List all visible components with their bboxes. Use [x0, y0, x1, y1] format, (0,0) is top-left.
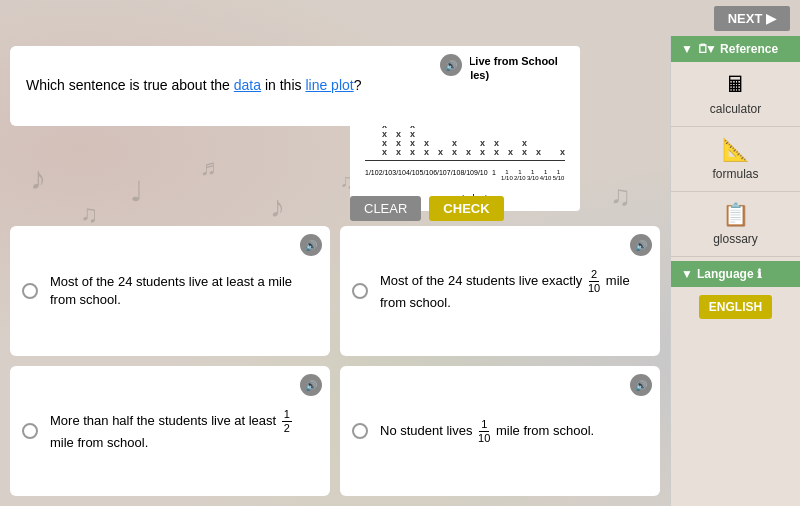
- question-area: Which sentence is true about the data in…: [10, 46, 470, 126]
- answer-text-b: Most of the 24 students live exactly 2 1…: [380, 269, 646, 312]
- language-triangle: ▼: [681, 267, 693, 281]
- formulas-icon: 📐: [722, 137, 749, 163]
- reference-header[interactable]: ▼ 🗒 ▼ Reference: [671, 36, 800, 62]
- audio-button-c[interactable]: 🔊: [300, 374, 322, 396]
- answer-card-b[interactable]: Most of the 24 students live exactly 2 1…: [340, 226, 660, 356]
- question-box: Which sentence is true about the data in…: [10, 46, 470, 126]
- radio-a[interactable]: [22, 283, 38, 299]
- check-button[interactable]: CHECK: [429, 196, 503, 221]
- glossary-icon: 📋: [722, 202, 749, 228]
- radio-d[interactable]: [352, 423, 368, 439]
- right-sidebar: ▼ 🗒 ▼ Reference 🖩 calculator 📐 formulas …: [670, 36, 800, 506]
- fraction-b: 2 10: [588, 269, 600, 294]
- question-audio-button[interactable]: 🔊: [440, 54, 462, 76]
- axis-line: [365, 160, 565, 161]
- glossary-label: glossary: [713, 232, 758, 246]
- top-bar: NEXT ▶: [0, 0, 800, 36]
- radio-b[interactable]: [352, 283, 368, 299]
- answer-card-c[interactable]: More than half the students live at leas…: [10, 366, 330, 496]
- language-label: Language ℹ: [697, 267, 762, 281]
- reference-label: ▼ Reference: [705, 42, 778, 56]
- glossary-item[interactable]: 📋 glossary: [671, 192, 800, 257]
- question-link-data[interactable]: data: [234, 77, 261, 93]
- action-buttons: CLEAR CHECK: [350, 196, 504, 221]
- answers-grid: Most of the 24 students live at least a …: [10, 226, 660, 496]
- tick-labels: 1/10 2/10 3/10 4/10 5/10 6/10 7/10 8/10 …: [365, 169, 565, 181]
- answer-card-a[interactable]: Most of the 24 students live at least a …: [10, 226, 330, 356]
- audio-button-b[interactable]: 🔊: [630, 234, 652, 256]
- question-text: Which sentence is true about the data in…: [26, 76, 361, 96]
- audio-button-a[interactable]: 🔊: [300, 234, 322, 256]
- fraction-d: 1 10: [478, 419, 490, 444]
- calculator-item[interactable]: 🖩 calculator: [671, 62, 800, 127]
- question-text-after: ?: [354, 77, 362, 93]
- calculator-icon: 🖩: [725, 72, 747, 98]
- answer-text-c: More than half the students live at leas…: [50, 409, 316, 452]
- formulas-item[interactable]: 📐 formulas: [671, 127, 800, 192]
- fraction-c: 1 2: [282, 409, 292, 434]
- question-link-lineplot[interactable]: line plot: [305, 77, 353, 93]
- answer-card-d[interactable]: No student lives 1 10 mile from school. …: [340, 366, 660, 496]
- english-button[interactable]: ENGLISH: [699, 295, 772, 319]
- question-text-middle: in this: [261, 77, 305, 93]
- answer-text-d: No student lives 1 10 mile from school.: [380, 419, 594, 444]
- radio-c[interactable]: [22, 423, 38, 439]
- reference-triangle: ▼: [681, 42, 693, 56]
- question-text-before: Which sentence is true about the: [26, 77, 234, 93]
- audio-button-d[interactable]: 🔊: [630, 374, 652, 396]
- formulas-label: formulas: [712, 167, 758, 181]
- language-header[interactable]: ▼ Language ℹ: [671, 261, 800, 287]
- clear-button[interactable]: CLEAR: [350, 196, 421, 221]
- next-button[interactable]: NEXT ▶: [714, 6, 790, 31]
- calculator-label: calculator: [710, 102, 761, 116]
- answer-text-a: Most of the 24 students live at least a …: [50, 273, 316, 309]
